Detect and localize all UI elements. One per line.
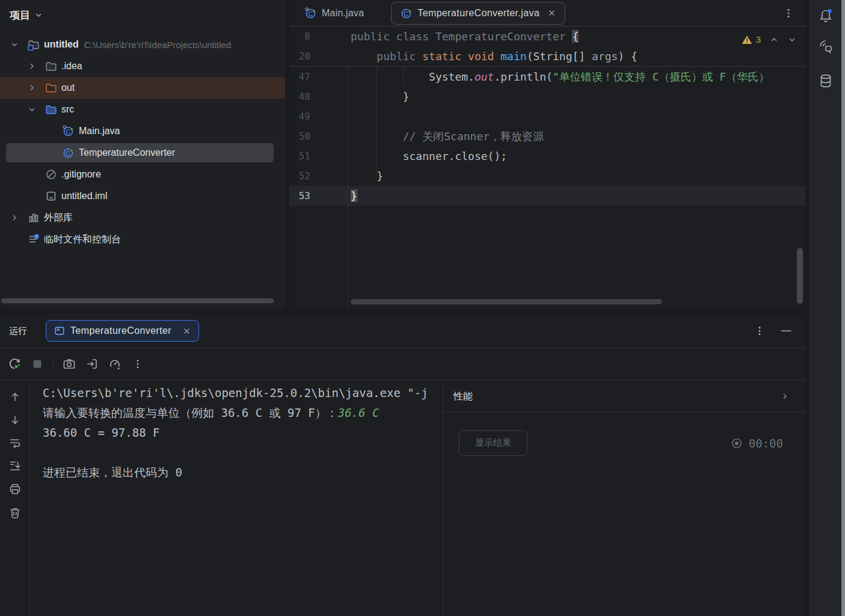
project-tree: untitledC:\Users\b're'ri'l\IdeaProjects\… — [0, 34, 285, 250]
code-line-48: 48 } — [289, 87, 805, 106]
line-number: 47 — [289, 71, 348, 82]
window-edge-scrollbar — [841, 0, 845, 616]
close-icon[interactable] — [183, 327, 191, 335]
tab-temperatureconverter-java[interactable]: C TemperatureConverter.java — [391, 2, 565, 25]
stop-button[interactable] — [26, 357, 48, 371]
line-number: 51 — [289, 150, 348, 162]
down-stacktrace-button[interactable] — [9, 414, 21, 426]
code-line-53: 53} — [289, 186, 805, 206]
line-number: 49 — [289, 111, 348, 122]
console-line-2: 36.60 C = 97.88 F — [43, 423, 443, 443]
project-panel-header[interactable]: 项目 — [0, 0, 285, 24]
line-number: 52 — [289, 170, 348, 182]
code-line-8: 8public class TemperatureConverter { — [289, 26, 805, 46]
next-warning-icon[interactable] — [787, 35, 797, 45]
line-number: 48 — [289, 91, 348, 102]
java-class-icon: C — [305, 7, 317, 19]
profiler-button[interactable] — [104, 357, 126, 371]
show-results-button[interactable]: 显示结果 — [459, 430, 527, 456]
performance-header[interactable]: 性能 — [443, 381, 805, 413]
tree-item-untitled-iml[interactable]: untitled.iml — [0, 185, 285, 207]
svg-text:C: C — [66, 128, 71, 135]
right-toolbar — [809, 0, 841, 616]
chevron-down-icon[interactable] — [34, 10, 43, 20]
folder-out-icon — [45, 82, 57, 94]
line-number: 20 — [289, 51, 348, 62]
module-icon — [45, 190, 57, 202]
rerun-button[interactable] — [4, 357, 25, 371]
warning-icon — [742, 35, 752, 45]
console-left-toolbar — [0, 381, 30, 616]
run-tool-window: 运行 TemperatureConverter C:\Users\b're'ri… — [0, 314, 805, 616]
chevron-right-icon — [780, 392, 790, 401]
database-icon[interactable] — [818, 73, 834, 89]
editor-tab-bar: C Main.java C TemperatureConverter.java — [289, 0, 805, 26]
code-line-47: 47 System.out.println("单位错误！仅支持 C（摄氏）或 F… — [289, 67, 805, 87]
tree-item--idea[interactable]: .idea — [0, 55, 285, 77]
library-icon — [28, 212, 40, 224]
notifications-icon[interactable] — [818, 8, 834, 24]
folder-src-icon — [45, 103, 57, 116]
console-line-3 — [43, 443, 443, 463]
chevron-down-icon[interactable] — [10, 40, 28, 49]
svg-text:C: C — [308, 10, 313, 17]
console-line-4: 进程已结束，退出代码为 0 — [43, 463, 443, 482]
ignored-icon — [45, 168, 57, 180]
timer: 00:00 — [731, 437, 783, 450]
up-stacktrace-button[interactable] — [9, 391, 21, 403]
ai-assistant-icon[interactable] — [818, 38, 834, 54]
line-number: 8 — [289, 31, 348, 42]
editor: C Main.java C TemperatureConverter.java … — [289, 0, 805, 309]
chevron-right-icon[interactable] — [27, 83, 45, 93]
chevron-right-icon[interactable] — [10, 213, 28, 223]
java-class-icon: C — [401, 7, 413, 19]
scratch-icon — [28, 233, 40, 245]
run-panel-title: 运行 — [9, 325, 27, 337]
scroll-to-end-button[interactable] — [8, 460, 22, 472]
line-number: 53 — [289, 190, 348, 202]
editor-vertical-scrollbar[interactable] — [797, 248, 803, 304]
minimize-icon[interactable] — [780, 326, 792, 336]
timer-icon — [731, 437, 743, 449]
chevron-right-icon[interactable] — [27, 61, 45, 71]
kebab-menu-icon[interactable] — [784, 8, 805, 19]
run-toolbar — [0, 348, 805, 380]
tree-item-temperatureconverter[interactable]: CTemperatureConverter — [0, 142, 285, 164]
project-folder-icon — [28, 38, 40, 51]
folder-icon — [45, 60, 57, 72]
run-tab-temperatureconverter[interactable]: TemperatureConverter — [46, 320, 199, 342]
svg-text:C: C — [404, 10, 409, 17]
snapshot-button[interactable] — [58, 357, 80, 371]
performance-panel: 性能 显示结果 00:00 — [443, 381, 805, 616]
chevron-down-icon[interactable] — [27, 105, 45, 114]
project-panel-title: 项目 — [10, 8, 30, 22]
code-line-52: 52 } — [289, 166, 805, 186]
close-icon[interactable] — [548, 9, 556, 17]
clear-button[interactable] — [8, 507, 22, 520]
code-lines[interactable]: 47 System.out.println("单位错误！仅支持 C（摄氏）或 F… — [289, 67, 805, 206]
print-button[interactable] — [8, 482, 22, 496]
tree-item-out[interactable]: out — [0, 77, 285, 99]
tree-item--gitignore[interactable]: .gitignore — [0, 164, 285, 185]
kebab-menu-icon[interactable] — [127, 359, 149, 369]
code-line-20: 20 public static void main(String[] args… — [289, 46, 805, 66]
thread-dump-button[interactable] — [81, 357, 103, 371]
tree-item-main-java[interactable]: CMain.java — [0, 120, 285, 142]
project-tool-window: 项目 untitledC:\Users\b're'ri'l\IdeaProjec… — [0, 0, 285, 309]
tree-item-untitled[interactable]: untitledC:\Users\b're'ri'l\IdeaProjects\… — [0, 34, 285, 55]
inspection-widget[interactable]: 3 — [742, 34, 797, 45]
tree-item--[interactable]: 外部库 — [0, 207, 285, 229]
tree-item-src[interactable]: src — [0, 99, 285, 120]
project-horizontal-scrollbar[interactable] — [1, 298, 274, 303]
prev-warning-icon[interactable] — [769, 35, 779, 45]
sticky-lines: 8public class TemperatureConverter {20 p… — [289, 26, 805, 67]
warning-count: 3 — [756, 34, 761, 45]
editor-horizontal-scrollbar[interactable] — [351, 299, 662, 304]
line-number: 50 — [289, 131, 348, 142]
console-line-1: 请输入要转换的温度与单位（例如 36.6 C 或 97 F）：36.6 C — [43, 403, 443, 423]
tab-main-java[interactable]: C Main.java — [298, 0, 371, 26]
tree-item--[interactable]: 临时文件和控制台 — [0, 229, 285, 250]
kebab-menu-icon[interactable] — [755, 325, 764, 336]
console-output[interactable]: C:\Users\b're'ri'l\.jdks\openjdk-25.0.2\… — [31, 381, 443, 616]
soft-wrap-button[interactable] — [8, 437, 22, 449]
